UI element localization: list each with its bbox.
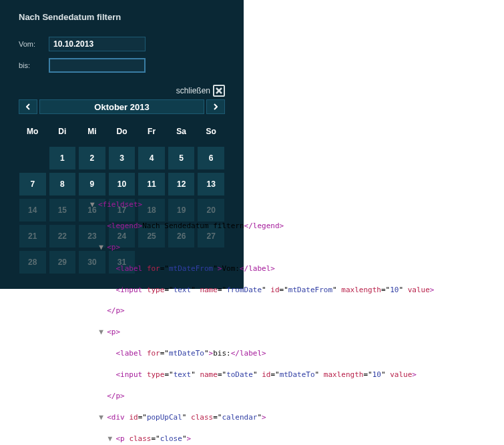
day-cell[interactable]: 10: [108, 172, 136, 196]
close-button[interactable]: [213, 85, 225, 97]
day-header-cell: Fr: [138, 123, 166, 139]
close-icon: [216, 87, 222, 94]
day-cell[interactable]: 2: [78, 146, 106, 170]
day-header-cell: Do: [108, 123, 136, 139]
day-cell[interactable]: 9: [78, 172, 106, 196]
dom-tree-line[interactable]: <label for="mtDateFrom">Vom:</label>: [90, 264, 504, 274]
dom-tree-line[interactable]: ▼<p class="close">: [90, 434, 504, 444]
day-cell[interactable]: 12: [168, 172, 196, 196]
day-cell[interactable]: 8: [49, 172, 77, 196]
month-nav: Oktober 2013: [19, 99, 225, 114]
dom-tree-line[interactable]: ▼<p>: [90, 242, 504, 253]
day-cell[interactable]: 1: [49, 146, 77, 170]
panel-title: Nach Sendedatum filtern: [19, 12, 225, 22]
day-cell[interactable]: 5: [168, 146, 196, 170]
day-cell[interactable]: 6: [197, 146, 225, 170]
dom-tree-line[interactable]: </p>: [90, 391, 504, 402]
dom-tree-line[interactable]: ▼<fieldset>: [90, 199, 504, 210]
close-row: schließen: [19, 85, 225, 97]
from-row: Vom:: [19, 37, 225, 51]
from-label: Vom:: [19, 40, 49, 48]
day-cell[interactable]: 7: [19, 172, 47, 196]
dom-tree-line[interactable]: <legend>Nach Sendedatum filtern</legend>: [90, 221, 504, 232]
day-cell[interactable]: 3: [108, 146, 136, 170]
close-label: schließen: [176, 86, 210, 95]
day-header-row: MoDiMiDoFrSaSo: [19, 123, 225, 139]
from-date-input[interactable]: [49, 37, 146, 51]
to-label: bis:: [19, 61, 49, 69]
day-header-cell: Mi: [78, 123, 106, 139]
prev-month-button[interactable]: [19, 99, 37, 114]
dom-tree-line[interactable]: <input type="text" name="toDate" id="mtD…: [90, 370, 504, 380]
to-date-input[interactable]: [49, 58, 146, 73]
day-cell[interactable]: 11: [138, 172, 166, 196]
day-cell[interactable]: 4: [138, 146, 166, 170]
chevron-right-icon: [214, 103, 218, 110]
day-header-cell: Mo: [19, 123, 47, 139]
dom-tree-line[interactable]: ▼<div id="popUpCal" class="calendar">: [90, 412, 504, 423]
day-header-cell: Di: [49, 123, 77, 139]
chevron-left-icon: [26, 103, 30, 110]
dom-tree-line[interactable]: ▼<p>: [90, 327, 504, 338]
dom-tree-line[interactable]: <label for="mtDateTo">bis:</label>: [90, 348, 504, 359]
month-label: Oktober 2013: [39, 99, 204, 114]
day-cell[interactable]: 13: [197, 172, 225, 196]
dev-tools-dom-tree[interactable]: ▼<fieldset> <legend>Nach Sendedatum filt…: [0, 199, 504, 445]
next-month-button[interactable]: [206, 99, 225, 114]
day-header-cell: Sa: [168, 123, 196, 139]
to-row: bis:: [19, 58, 225, 73]
dom-tree-line[interactable]: </p>: [90, 306, 504, 316]
dom-tree-line[interactable]: <input type="text" name="fromDate" id="m…: [90, 285, 504, 296]
day-cell: [19, 146, 47, 170]
day-header-cell: So: [197, 123, 225, 139]
